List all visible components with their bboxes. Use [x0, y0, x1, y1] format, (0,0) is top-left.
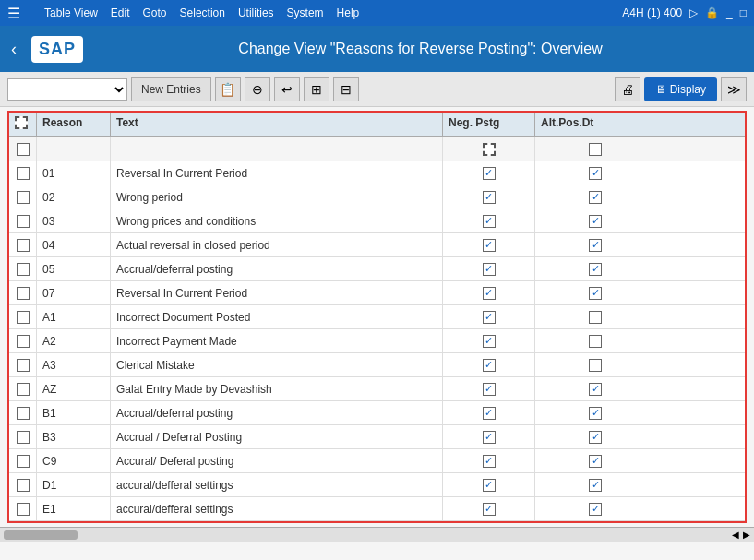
row-checkbox[interactable] [17, 167, 30, 180]
neg-pstg-checkbox[interactable]: ✓ [483, 479, 496, 492]
row-checkbox[interactable] [17, 431, 30, 444]
back-button[interactable]: ‹ [11, 40, 17, 59]
menu-help[interactable]: Help [331, 5, 365, 21]
neg-pstg-header-cb[interactable] [483, 143, 496, 156]
neg-pstg-checkbox[interactable]: ✓ [483, 455, 496, 468]
row-text: accural/defferal settings [111, 497, 443, 520]
horizontal-scrollbar[interactable] [4, 530, 78, 540]
row-checkbox[interactable] [17, 503, 30, 516]
row-select-cell [9, 185, 37, 209]
grid-icon-button[interactable]: ⊞ [304, 77, 329, 101]
row-checkbox[interactable] [17, 455, 30, 468]
undo-icon-button[interactable]: ↩ [274, 77, 300, 101]
copy-icon-button[interactable]: 📋 [215, 77, 241, 101]
table-row-select-all [9, 137, 745, 161]
neg-pstg-checkbox[interactable]: ✓ [483, 239, 496, 252]
print-icon-button[interactable]: 🖨 [615, 77, 640, 101]
row-checkbox[interactable] [17, 287, 30, 300]
alt-pos-dt-checkbox[interactable] [589, 359, 602, 372]
menu-tableview[interactable]: Table View [39, 5, 103, 21]
neg-pstg-checkbox[interactable]: ✓ [483, 503, 496, 516]
row-checkbox[interactable] [17, 239, 30, 252]
row-checkbox[interactable] [17, 215, 30, 228]
menu-goto[interactable]: Goto [138, 5, 173, 21]
row-checkbox[interactable] [17, 335, 30, 348]
row-alt-pos-dt: ✓ [535, 425, 655, 448]
row-checkbox[interactable] [17, 191, 30, 204]
row-text: Reversal In Current Period [111, 281, 443, 304]
row-reason: AZ [37, 377, 111, 400]
row-checkbox[interactable] [17, 359, 30, 372]
table-row: 01Reversal In Current Period✓✓ [9, 161, 745, 185]
neg-pstg-checkbox[interactable]: ✓ [483, 167, 496, 180]
row-text: Clerical Mistake [111, 353, 443, 376]
menu-system[interactable]: System [281, 5, 329, 21]
neg-pstg-checkbox[interactable]: ✓ [483, 191, 496, 204]
neg-pstg-checkbox[interactable]: ✓ [483, 383, 496, 396]
alt-pos-dt-checkbox[interactable]: ✓ [589, 287, 602, 300]
view-selector[interactable] [7, 78, 127, 101]
alt-pos-dt-checkbox[interactable]: ✓ [589, 191, 602, 204]
alt-pos-dt-checkbox[interactable]: ✓ [589, 503, 602, 516]
display-button[interactable]: 🖥 Display [644, 77, 717, 101]
session-info: A4H (1) 400 [622, 6, 682, 19]
row-checkbox[interactable] [17, 407, 30, 420]
neg-pstg-checkbox[interactable]: ✓ [483, 335, 496, 348]
row-checkbox[interactable] [17, 263, 30, 276]
export-icon-button[interactable]: ⊟ [333, 77, 359, 101]
toolbar: New Entries 📋 ⊖ ↩ ⊞ ⊟ 🖨 🖥 Display ≫ [0, 72, 754, 107]
maximize-icon[interactable]: □ [740, 6, 747, 19]
row-select-cell [9, 473, 37, 496]
minimize-icon[interactable]: _ [726, 6, 733, 19]
row-checkbox[interactable] [17, 311, 30, 324]
neg-pstg-checkbox[interactable]: ✓ [483, 263, 496, 276]
scroll-right-icon[interactable]: ▶ [743, 530, 750, 540]
alt-pos-dt-checkbox[interactable]: ✓ [589, 431, 602, 444]
alt-pos-dt-header-cb[interactable] [589, 143, 602, 156]
neg-pstg-checkbox[interactable]: ✓ [483, 407, 496, 420]
alt-pos-dt-checkbox[interactable]: ✓ [589, 479, 602, 492]
table-row: 05Accrual/deferral posting✓✓ [9, 257, 745, 281]
new-entries-button[interactable]: New Entries [131, 77, 211, 101]
page-title: Change View "Reasons for Reverse Posting… [98, 41, 743, 57]
neg-pstg-checkbox[interactable]: ✓ [483, 359, 496, 372]
display-icon: 🖥 [655, 83, 666, 96]
lock-icon[interactable]: 🔒 [705, 6, 719, 19]
row-reason: B3 [37, 425, 111, 448]
alt-pos-dt-checkbox[interactable] [589, 311, 602, 324]
row-text: Wrong period [111, 185, 443, 209]
neg-pstg-checkbox[interactable]: ✓ [483, 431, 496, 444]
alt-pos-dt-checkbox[interactable]: ✓ [589, 215, 602, 228]
row-text: Wrong prices and conditions [111, 209, 443, 232]
alt-pos-dt-checkbox[interactable]: ✓ [589, 455, 602, 468]
row-checkbox[interactable] [17, 479, 30, 492]
alt-pos-dt-checkbox[interactable]: ✓ [589, 407, 602, 420]
row-neg-pstg: ✓ [443, 281, 535, 304]
header-reason: Reason [37, 113, 111, 136]
menu-selection[interactable]: Selection [174, 5, 231, 21]
alt-pos-dt-checkbox[interactable]: ✓ [589, 263, 602, 276]
alt-pos-dt-checkbox[interactable]: ✓ [589, 167, 602, 180]
row-select-cell [9, 305, 37, 328]
row-checkbox[interactable] [17, 383, 30, 396]
row-alt-pos-dt: ✓ [535, 233, 655, 256]
row-select-cell [9, 281, 37, 304]
extra-icon-button[interactable]: ≫ [721, 77, 747, 101]
row-alt-pos-dt: ✓ [535, 257, 655, 280]
menu-edit[interactable]: Edit [105, 5, 136, 21]
hamburger-icon[interactable]: ☰ [7, 5, 20, 22]
alt-pos-dt-checkbox[interactable]: ✓ [589, 383, 602, 396]
neg-pstg-checkbox[interactable]: ✓ [483, 215, 496, 228]
delete-icon-button[interactable]: ⊖ [245, 77, 270, 101]
row-checkbox[interactable] [17, 143, 30, 156]
menu-utilities[interactable]: Utilities [233, 5, 280, 21]
row-select-cell [9, 497, 37, 520]
row-neg-pstg: ✓ [443, 185, 535, 209]
select-all-checkbox[interactable] [15, 116, 28, 129]
neg-pstg-checkbox[interactable]: ✓ [483, 287, 496, 300]
scroll-left-icon[interactable]: ◀ [732, 530, 739, 540]
expand-icon[interactable]: ▷ [689, 6, 698, 19]
alt-pos-dt-checkbox[interactable]: ✓ [589, 239, 602, 252]
alt-pos-dt-checkbox[interactable] [589, 335, 602, 348]
neg-pstg-checkbox[interactable]: ✓ [483, 311, 496, 324]
